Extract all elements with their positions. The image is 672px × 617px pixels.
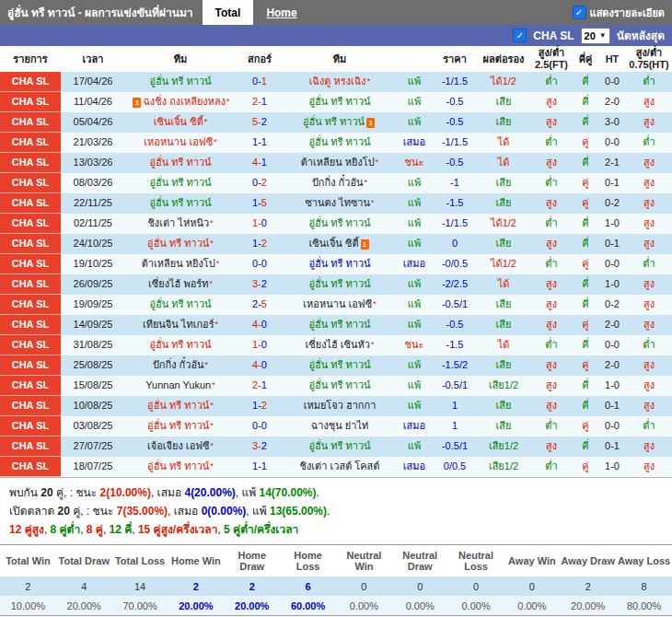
col-header-ht: HT <box>598 46 626 72</box>
handicap-price: -0.5 <box>433 92 477 112</box>
league-badge[interactable]: CHA SL <box>0 193 61 214</box>
league-badge[interactable]: CHA SL <box>0 133 61 153</box>
home-team[interactable]: อู่ฮั่น ทรี ทาวน์* <box>125 234 236 254</box>
away-team[interactable]: อู่ฮั่น ทรี ทาวน์ <box>284 355 396 376</box>
league-badge[interactable]: CHA SL <box>0 112 61 133</box>
home-team[interactable]: อู่ฮั่น ทรี ทาวน์ <box>125 295 236 315</box>
match-result: แพ้ <box>396 214 433 234</box>
league-badge[interactable]: CHA SL <box>0 214 61 234</box>
league-badge[interactable]: CHA SL <box>0 72 61 92</box>
home-team[interactable]: เซินเจิ้น ซิตี้* <box>125 112 236 133</box>
match-score: 2-1 <box>236 376 284 396</box>
away-team[interactable]: อู่ฮั่น ทรี ทาวน์ <box>284 254 396 274</box>
summary-segment: 15 คู่สูง/ครึ่งเวลา <box>138 523 218 536</box>
league-badge[interactable]: CHA SL <box>0 335 61 355</box>
ht-score: 0-0 <box>598 133 626 153</box>
team-name: ซานตง ไทซาน <box>305 197 370 210</box>
col-header-score: สกอร์ <box>236 46 284 72</box>
odd-even-result: คู่ <box>573 457 598 477</box>
away-team[interactable]: ปักกิ่ง กั๋วอัน* <box>284 173 396 193</box>
ou-ht-result: สูง <box>626 92 672 112</box>
home-team[interactable]: อู่ฮั่น ทรี ทาวน์ <box>125 173 236 193</box>
away-score: 2 <box>261 440 267 453</box>
handicap-price: 1 <box>433 416 477 437</box>
home-team[interactable]: เทียนจิน ไทเกอร์* <box>125 315 236 335</box>
home-team[interactable]: อู่ฮั่น ทรี ทาวน์ <box>125 335 236 355</box>
away-team[interactable]: อู่ฮั่น ทรี ทาวน์ <box>284 133 396 153</box>
away-score: 5 <box>261 298 267 311</box>
league-badge[interactable]: CHA SL <box>0 315 61 335</box>
away-team[interactable]: เหอหนาน เอฟซี* <box>284 295 396 315</box>
match-count-select[interactable]: 20 ▼ <box>581 28 610 44</box>
away-team[interactable]: อู่ฮั่น ทรี ทาวน์ <box>284 315 396 335</box>
league-badge[interactable]: CHA SL <box>0 234 61 254</box>
league-badge[interactable]: CHA SL <box>0 274 61 295</box>
home-team[interactable]: ปักกิ่ง กั๋วอัน* <box>125 355 236 376</box>
match-row: CHA SL26/09/25เซี่ยงไฮ้ พอร์ท*3-2อู่ฮั่น… <box>0 274 672 295</box>
away-team[interactable]: เซินเจิ้น ซิตี้1 <box>284 234 396 254</box>
summary-line-2: เปิดตลาด 20 คู่, : ชนะ 7(35.00%), เสมอ 0… <box>9 503 663 521</box>
home-team[interactable]: อู่ฮั่น ทรี ทาวน์ <box>125 72 236 92</box>
league-filter-checkbox[interactable]: ✓ <box>513 29 527 42</box>
ou-ft-result: สูง <box>530 234 573 254</box>
team-name: ฉงชิ่ง ถงเหลียงหลง <box>143 96 226 109</box>
away-team[interactable]: อู่ฮั่น ทรี ทาวน์ <box>284 214 396 234</box>
home-score: 1- <box>252 136 261 149</box>
tab-home[interactable]: Home <box>253 0 309 25</box>
away-team[interactable]: อู่ฮั่น ทรี ทาวน์1 <box>284 112 396 133</box>
away-team[interactable]: อู่ฮั่น ทรี ทาวน์ <box>284 437 396 457</box>
handicap-price: -0.5 <box>433 315 477 335</box>
home-team[interactable]: Yunnan Yukun* <box>125 376 236 396</box>
home-team[interactable]: อู่ฮั่น ทรี ทาวน์ <box>125 193 236 214</box>
away-team[interactable]: อู่ฮั่น ทรี ทาวน์ <box>284 376 396 396</box>
tab-total[interactable]: Total <box>203 0 254 25</box>
away-team[interactable]: ซานตง ไทซาน* <box>284 193 396 214</box>
league-badge[interactable]: CHA SL <box>0 457 61 477</box>
home-team[interactable]: เจ้อเจียง เอฟซี* <box>125 437 236 457</box>
away-team[interactable]: ต้าเหลียน หยิงโป* <box>284 153 396 173</box>
league-badge[interactable]: CHA SL <box>0 295 61 315</box>
league-badge[interactable]: CHA SL <box>0 376 61 396</box>
away-score: 1 <box>261 136 267 149</box>
away-team[interactable]: เซี่ยงไฮ้ เซินหัว* <box>284 335 396 355</box>
away-team[interactable]: ชิงเต่า เวสต์ โคสต์ <box>284 457 396 477</box>
league-badge[interactable]: CHA SL <box>0 173 61 193</box>
team-star: * <box>210 218 214 228</box>
league-badge[interactable]: CHA SL <box>0 355 61 376</box>
home-team[interactable]: อู่ฮั่น ทรี ทาวน์* <box>125 416 236 437</box>
footer-stats-table: Total WinTotal DrawTotal LossHome WinHom… <box>0 544 672 616</box>
league-badge[interactable]: CHA SL <box>0 254 61 274</box>
handicap-result: ได้1/2 <box>477 72 530 92</box>
away-team[interactable]: อู่ฮั่น ทรี ทาวน์ <box>284 274 396 295</box>
home-score: 1- <box>252 238 261 250</box>
handicap-price: -1 <box>433 173 477 193</box>
home-team[interactable]: อู่ฮั่น ทรี ทาวน์ <box>125 153 236 173</box>
home-team[interactable]: 1ฉงชิ่ง ถงเหลียงหลง* <box>125 92 236 112</box>
match-date: 25/08/25 <box>61 355 125 376</box>
show-details-checkbox[interactable]: ✓ <box>573 6 586 19</box>
home-team[interactable]: ชิงเต่า ไห่หนิว* <box>125 214 236 234</box>
summary-segment: , แพ้ <box>236 486 260 499</box>
summary-segment: คู่, : ชนะ <box>70 505 117 518</box>
away-team[interactable]: เหมยโจว ฮากกา <box>284 396 396 416</box>
away-team[interactable]: เฉิงตู หรงเฉิง* <box>284 72 396 92</box>
league-badge[interactable]: CHA SL <box>0 153 61 173</box>
col-header-home: ทีม <box>125 46 236 72</box>
away-team[interactable]: อู่ฮั่น ทรี ทาวน์ <box>284 92 396 112</box>
league-badge[interactable]: CHA SL <box>0 416 61 437</box>
match-date: 02/11/25 <box>61 214 125 234</box>
ht-score: 0-1 <box>598 396 626 416</box>
home-team[interactable]: เหอหนาน เอฟซี* <box>125 133 236 153</box>
handicap-result: เสีย <box>477 234 530 254</box>
league-badge[interactable]: CHA SL <box>0 92 61 112</box>
home-team[interactable]: อู่ฮั่น ทรี ทาวน์* <box>125 396 236 416</box>
home-team[interactable]: ต้าเหลียน หยิงโป* <box>125 254 236 274</box>
handicap-result: ได้ <box>477 274 530 295</box>
home-team[interactable]: อู่ฮั่น ทรี ทาวน์* <box>125 457 236 477</box>
league-badge[interactable]: CHA SL <box>0 437 61 457</box>
away-score: 2 <box>261 177 267 190</box>
league-badge[interactable]: CHA SL <box>0 396 61 416</box>
ou-ht-result: สูง <box>626 437 672 457</box>
away-team[interactable]: ฉางชุน ย่าไท่ <box>284 416 396 437</box>
home-team[interactable]: เซี่ยงไฮ้ พอร์ท* <box>125 274 236 295</box>
